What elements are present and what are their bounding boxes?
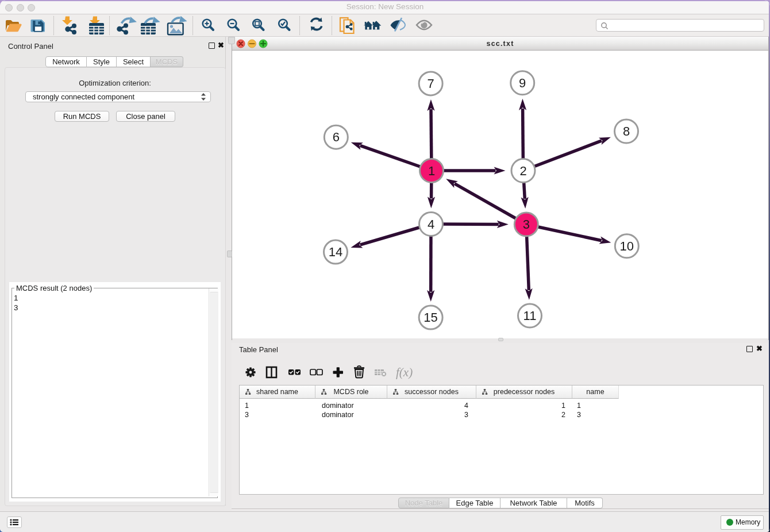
svg-text:8: 8 [623,124,630,138]
svg-text:6: 6 [333,130,340,144]
svg-text:15: 15 [424,310,437,325]
svg-text:10: 10 [620,239,634,253]
svg-text:11: 11 [523,309,537,323]
svg-text:f(x): f(x) [396,365,413,379]
svg-text:2: 2 [519,164,526,178]
svg-text:4: 4 [428,217,434,232]
svg-text:14: 14 [329,245,342,259]
svg-text:7: 7 [427,76,434,91]
svg-text:3: 3 [523,217,530,232]
svg-text:1: 1 [428,164,435,178]
svg-text:9: 9 [519,76,526,90]
